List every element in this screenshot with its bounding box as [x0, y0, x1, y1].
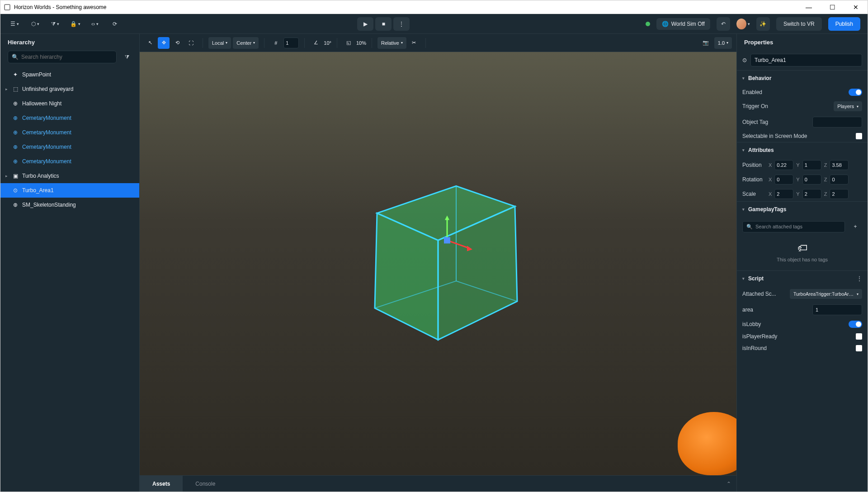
- maximize-button[interactable]: ☐: [824, 4, 840, 11]
- script-menu-button[interactable]: ⋮: [857, 275, 862, 282]
- hierarchy-item-5[interactable]: ⊕CemetaryMonument: [0, 140, 139, 154]
- item-icon: ▣: [12, 173, 19, 179]
- scale-label: Scale: [742, 191, 766, 197]
- app-icon: [4, 4, 10, 10]
- scale-y[interactable]: [802, 189, 821, 199]
- stop-button[interactable]: ■: [375, 17, 392, 31]
- position-x[interactable]: [774, 160, 793, 170]
- avatar-menu[interactable]: ▾: [736, 17, 750, 31]
- angle-snap-icon[interactable]: ∠: [310, 37, 322, 49]
- item-icon: ⊕: [12, 144, 19, 150]
- world-sim-toggle[interactable]: 🌐 World Sim Off: [656, 18, 710, 30]
- scale-z[interactable]: [830, 189, 849, 199]
- expand-icon[interactable]: ▸: [4, 87, 9, 91]
- grid-snap-icon[interactable]: #: [270, 37, 282, 49]
- item-label: CemetaryMonument: [22, 129, 71, 136]
- relative-dropdown[interactable]: Relative▾: [377, 37, 406, 49]
- cube-tool-button[interactable]: ⬡▾: [28, 17, 42, 31]
- tag-search[interactable]: 🔍Search attached tags: [742, 221, 845, 232]
- is-player-ready-checkbox[interactable]: [856, 333, 862, 340]
- tags-empty-text: This object has no tags: [777, 257, 828, 262]
- enabled-toggle[interactable]: [849, 89, 862, 96]
- pivot-dropdown[interactable]: Center▾: [233, 37, 259, 49]
- hierarchy-item-2[interactable]: ⊕Halloween Night: [0, 96, 139, 111]
- lock-tool-button[interactable]: 🔒▾: [68, 17, 82, 31]
- hierarchy-item-6[interactable]: ⊕CemetaryMonument: [0, 154, 139, 169]
- bottom-tabs: Assets Console ⌃: [140, 475, 736, 492]
- scene-pumpkin: [678, 412, 736, 475]
- play-button[interactable]: ▶: [357, 17, 373, 31]
- axis-tool[interactable]: ✂: [408, 37, 420, 49]
- menu-button[interactable]: ☰▾: [8, 17, 21, 31]
- tab-assets[interactable]: Assets: [140, 476, 183, 492]
- rotation-x[interactable]: [774, 175, 793, 184]
- trigger-volume-gizmo[interactable]: [321, 127, 556, 362]
- move-tool[interactable]: ✥: [158, 37, 170, 49]
- hierarchy-item-8[interactable]: ⊙Turbo_Area1: [0, 183, 139, 198]
- hierarchy-item-7[interactable]: ▸▣Turbo Analytics: [0, 169, 139, 183]
- minimize-button[interactable]: —: [801, 4, 817, 11]
- section-attributes[interactable]: ▾Attributes: [737, 142, 868, 158]
- refresh-button[interactable]: ⟳: [108, 17, 122, 31]
- expand-bottom-panel[interactable]: ⌃: [721, 481, 736, 487]
- scale-tool[interactable]: ⛶: [185, 37, 197, 49]
- object-type-icon: ⊙: [742, 57, 747, 63]
- hierarchy-item-4[interactable]: ⊕CemetaryMonument: [0, 125, 139, 140]
- hierarchy-search[interactable]: 🔍: [8, 51, 117, 63]
- scale-snap-icon[interactable]: ◱: [343, 37, 354, 49]
- expand-icon[interactable]: ▸: [4, 174, 9, 178]
- item-label: Turbo_Area1: [22, 187, 54, 194]
- item-icon: ⊕: [12, 115, 19, 121]
- object-name-input[interactable]: [750, 54, 862, 66]
- add-tag-button[interactable]: +: [849, 220, 862, 233]
- position-z[interactable]: [830, 160, 849, 170]
- position-y[interactable]: [802, 160, 821, 170]
- section-behavior[interactable]: ▾Behavior: [737, 71, 868, 86]
- switch-vr-button[interactable]: Switch to VR: [776, 17, 822, 31]
- filter-tool-button[interactable]: ⧩▾: [48, 17, 62, 31]
- search-icon: 🔍: [746, 224, 753, 230]
- space-dropdown[interactable]: Local▾: [208, 37, 231, 49]
- top-toolbar: ☰▾ ⬡▾ ⧩▾ 🔒▾ ‹›▾ ⟳ ▶ ■ ⋮ 🌐 World Sim Off: [0, 14, 868, 34]
- close-button[interactable]: ✕: [848, 4, 864, 11]
- hierarchy-item-9[interactable]: ⊕SM_SkeletonStanding: [0, 198, 139, 212]
- hierarchy-search-input[interactable]: [21, 54, 113, 60]
- camera-button[interactable]: 📷: [699, 37, 712, 49]
- wand-button[interactable]: ✨: [756, 17, 770, 31]
- rotation-z[interactable]: [830, 175, 849, 184]
- area-label: area: [742, 307, 753, 313]
- viewport[interactable]: [140, 52, 736, 475]
- zoom-dropdown[interactable]: 1.0▾: [714, 37, 732, 49]
- object-tag-label: Object Tag: [742, 119, 768, 125]
- hierarchy-item-0[interactable]: ✦SpawnPoint: [0, 67, 139, 82]
- is-lobby-toggle[interactable]: [849, 321, 862, 328]
- search-icon: 🔍: [12, 54, 19, 60]
- item-label: CemetaryMonument: [22, 144, 71, 150]
- window-title: Horizon Worlds - Something awesome: [14, 4, 107, 10]
- section-script[interactable]: ▾Script ⋮: [737, 271, 868, 286]
- attached-script-select[interactable]: TurboAreaTrigger:TurboArea▾: [790, 289, 862, 299]
- rotation-y[interactable]: [802, 175, 821, 184]
- is-in-round-checkbox[interactable]: [856, 345, 862, 351]
- undo-button[interactable]: ↶: [717, 17, 730, 31]
- play-more-button[interactable]: ⋮: [393, 17, 410, 31]
- item-label: Halloween Night: [22, 100, 61, 107]
- section-gameplay-tags[interactable]: ▾GameplayTags: [737, 202, 868, 217]
- scale-x[interactable]: [774, 189, 793, 199]
- item-label: CemetaryMonument: [22, 158, 71, 165]
- hierarchy-filter-button[interactable]: ⧩: [120, 50, 134, 64]
- rotate-tool[interactable]: ⟲: [171, 37, 183, 49]
- trigger-on-select[interactable]: Players▾: [834, 101, 862, 111]
- publish-button[interactable]: Publish: [828, 17, 860, 31]
- hierarchy-item-1[interactable]: ▸⬚Unfinished graveyard: [0, 82, 139, 96]
- select-tool[interactable]: ↖: [144, 37, 156, 49]
- selectable-checkbox[interactable]: [856, 133, 862, 139]
- object-tag-input[interactable]: [812, 117, 862, 128]
- code-tool-button[interactable]: ‹›▾: [88, 17, 102, 31]
- grid-snap-input[interactable]: [283, 38, 299, 48]
- hierarchy-item-3[interactable]: ⊕CemetaryMonument: [0, 111, 139, 125]
- item-label: SpawnPoint: [22, 71, 51, 78]
- item-icon: ⊙: [12, 187, 19, 194]
- area-input[interactable]: [812, 304, 862, 315]
- tab-console[interactable]: Console: [183, 476, 228, 492]
